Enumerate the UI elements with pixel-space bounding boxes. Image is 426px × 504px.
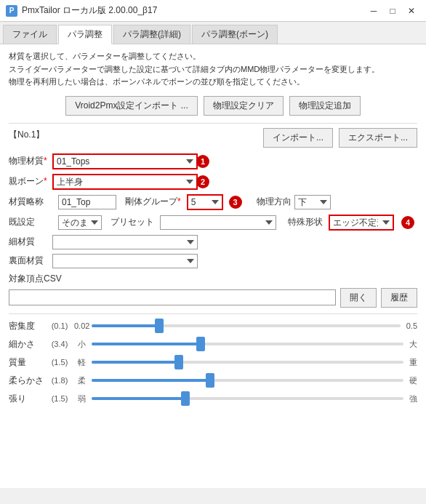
badge-1: 1	[196, 155, 209, 168]
vertex-csv-row: 開く 履歴	[9, 288, 417, 308]
parent-bone-label: 親ボーン*	[9, 175, 52, 188]
badge-2: 2	[196, 175, 209, 188]
back-material-label: 裏面材質	[9, 255, 52, 267]
title-bar-buttons: ─ □ ✕	[365, 4, 420, 18]
app-title: PmxTailor ローカル版 2.00.00_β17	[22, 4, 157, 17]
badge-3: 3	[229, 196, 242, 209]
slider-max-mass: 重	[409, 357, 417, 368]
title-bar: P PmxTailor ローカル版 2.00.00_β17 ─ □ ✕	[0, 0, 426, 22]
export-button[interactable]: エクスポート...	[339, 128, 417, 148]
material-row: 物理材質* 01_Tops 1	[9, 153, 417, 169]
vertex-csv-section: 対象頂点CSV 開く 履歴	[9, 273, 417, 308]
material-select[interactable]: 01_Tops	[52, 153, 198, 169]
parent-bone-select[interactable]: 上半身	[52, 174, 198, 190]
slider-row-density: 密集度 (0.1) 0.02 0.5	[9, 320, 417, 332]
slider-label-tension: 張り	[9, 393, 45, 405]
slider-label-softness: 柔らかさ	[9, 375, 45, 387]
slider-value-softness: (1.8)	[45, 376, 74, 385]
slider-label-fineness: 細かさ	[9, 338, 45, 351]
slider-row-fineness: 細かさ (3.4) 小 大	[9, 338, 417, 351]
slider-min-density: 0.02	[74, 321, 89, 330]
vertex-history-button[interactable]: 履歴	[381, 288, 417, 308]
preset-select[interactable]	[160, 215, 276, 230]
slider-track-tension[interactable]	[92, 397, 403, 400]
close-button[interactable]: ✕	[403, 4, 420, 18]
import-button[interactable]: インポート...	[263, 128, 333, 148]
slider-row-softness: 柔らかさ (1.8) 柔 硬	[9, 375, 417, 387]
slider-value-tension: (1.5)	[45, 394, 74, 403]
material-label: 物理材質*	[9, 155, 52, 167]
vertex-csv-label: 対象頂点CSV	[9, 273, 417, 285]
sub-material-select[interactable]	[52, 235, 198, 249]
slider-value-fineness: (3.4)	[45, 340, 74, 348]
preset-label: プリセット	[110, 216, 154, 228]
physics-clear-button[interactable]: 物理設定クリア	[204, 96, 284, 116]
material-abbr-input[interactable]	[58, 195, 116, 209]
slider-row-tension: 張り (1.5) 弱 強	[9, 393, 417, 405]
tab-para[interactable]: パラ調整	[58, 25, 112, 44]
sub-material-row: 細材質	[9, 235, 417, 249]
sub-material-label: 細材質	[9, 236, 52, 248]
abbr-rigid-row: 材質略称 document.querySelector('[data-name=…	[9, 194, 417, 210]
physics-dir-select[interactable]: 下	[294, 195, 331, 209]
existing-setting-select[interactable]: そのまま	[58, 215, 102, 230]
special-shape-select[interactable]: エッジ不定形	[329, 215, 394, 231]
slider-value-density: (0.1)	[45, 321, 74, 330]
section-header-row: 【No.1】 インポート... エクスポート...	[9, 128, 417, 148]
parent-bone-row: 親ボーン* 上半身 2	[9, 174, 417, 190]
section-header: 【No.1】	[9, 129, 44, 141]
slider-label-mass: 質量	[9, 356, 45, 369]
vroid-import-button[interactable]: Vroid2Pmx設定インポート ...	[65, 96, 198, 116]
vertex-csv-input[interactable]	[9, 289, 336, 305]
vertex-open-button[interactable]: 開く	[340, 288, 377, 308]
slider-track-fineness[interactable]	[92, 343, 403, 345]
slider-min-tension: 弱	[74, 393, 89, 404]
back-material-select[interactable]	[52, 254, 198, 268]
tab-para-detail[interactable]: パラ調整(詳細)	[113, 25, 190, 44]
slider-track-mass[interactable]	[92, 361, 403, 364]
existing-preset-row: 既設定 そのまま プリセット 特殊形状 エッジ不定形 4	[9, 215, 417, 231]
tab-bar: ファイル パラ調整 パラ調整(詳細) パラ調整(ボーン)	[0, 22, 426, 44]
slider-label-density: 密集度	[9, 320, 45, 332]
tab-file[interactable]: ファイル	[3, 25, 57, 44]
maximize-button[interactable]: □	[384, 4, 401, 18]
slider-track-density[interactable]	[92, 324, 401, 327]
slider-max-fineness: 大	[409, 339, 417, 350]
special-shape-label: 特殊形状	[288, 216, 323, 228]
physics-dir-group: 物理方向 下	[257, 195, 331, 209]
minimize-button[interactable]: ─	[365, 4, 382, 18]
slider-min-mass: 軽	[74, 357, 89, 368]
slider-track-softness[interactable]	[92, 379, 403, 382]
rigid-group-label: 剛体グループ*	[125, 196, 181, 208]
slider-section: 密集度 (0.1) 0.02 0.5 細かさ (3.4) 小 大 質量 (1.5…	[9, 320, 417, 405]
app-icon: P	[6, 5, 17, 17]
existing-setting-label: 既設定	[9, 216, 52, 228]
physics-add-button[interactable]: 物理設定追加	[289, 96, 361, 116]
material-abbr-label: 材質略称	[9, 196, 52, 208]
rigid-group-select[interactable]: 5	[187, 194, 223, 210]
slider-min-softness: 柔	[74, 375, 89, 386]
slider-max-softness: 硬	[409, 375, 417, 386]
physics-dir-label: 物理方向	[257, 196, 292, 208]
slider-value-mass: (1.5)	[45, 358, 74, 367]
sub-toolbar: インポート... エクスポート...	[263, 128, 417, 148]
slider-max-tension: 強	[409, 393, 417, 404]
title-bar-left: P PmxTailor ローカル版 2.00.00_β17	[6, 4, 157, 17]
badge-4: 4	[401, 216, 414, 229]
description-text: 材質を選択して、パラメーターを調整してください。 スライダーパラメーターで調整し…	[9, 50, 417, 89]
slider-row-mass: 質量 (1.5) 軽 重	[9, 356, 417, 369]
top-toolbar: Vroid2Pmx設定インポート ... 物理設定クリア 物理設定追加	[9, 96, 417, 116]
slider-max-density: 0.5	[406, 321, 417, 330]
slider-min-fineness: 小	[74, 339, 89, 350]
back-material-row: 裏面材質	[9, 254, 417, 268]
main-content: 材質を選択して、パラメーターを調整してください。 スライダーパラメーターで調整し…	[0, 44, 426, 488]
tab-para-bone[interactable]: パラ調整(ボーン)	[192, 25, 278, 44]
